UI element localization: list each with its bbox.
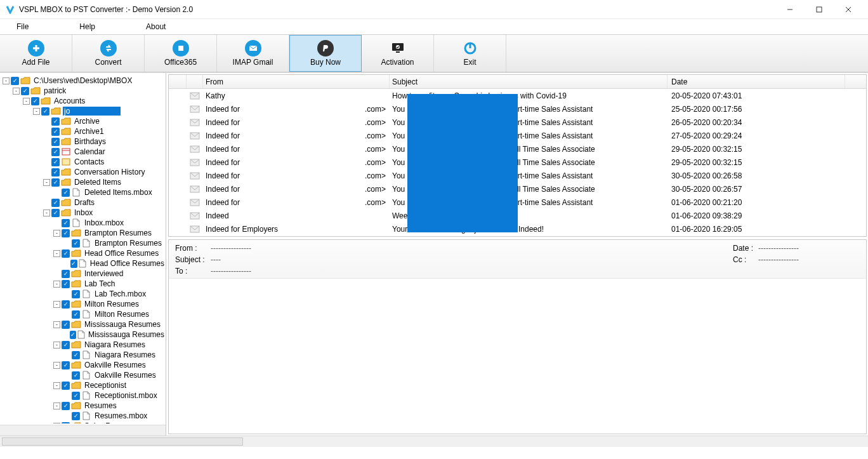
expand-toggle[interactable]: - [23,98,30,105]
checkbox-icon[interactable]: ✓ [70,331,76,339]
checkbox-icon[interactable]: ✓ [41,107,49,116]
tree-horizontal-scrollbar[interactable] [0,425,166,436]
tree-item[interactable]: -✓Oakville Resumes [3,360,166,370]
tree-item[interactable]: -✓Receptionist [3,380,166,390]
tree-item[interactable]: ✓Resumes.mbox [3,411,166,421]
add-file-button[interactable]: Add File [0,35,72,72]
col-date-header[interactable]: Date [667,75,845,88]
tree-item[interactable]: -✓patrick [3,86,166,96]
expand-toggle[interactable]: - [43,179,50,186]
expand-toggle[interactable]: - [53,321,60,328]
checkbox-icon[interactable]: ✓ [62,229,70,237]
menu-file[interactable]: File [10,21,35,32]
checkbox-icon[interactable]: ✓ [70,260,77,268]
expand-toggle[interactable]: - [3,77,10,84]
tree-item[interactable]: -✓Resumes [3,401,166,411]
expand-toggle[interactable]: - [53,281,60,288]
checkbox-icon[interactable]: ✓ [62,382,70,390]
maximize-button[interactable] [805,0,834,19]
tree-item[interactable]: -✓Milton Resumes [3,299,166,309]
checkbox-icon[interactable]: ✓ [11,77,19,85]
close-button[interactable] [834,0,863,19]
checkbox-icon[interactable]: ✓ [62,270,70,278]
tree-item[interactable]: -✓Head Office Resumes [3,248,166,258]
checkbox-icon[interactable]: ✓ [51,148,60,156]
checkbox-icon[interactable]: ✓ [62,280,70,288]
checkbox-icon[interactable]: ✓ [51,138,60,146]
exit-button[interactable]: Exit [434,35,506,72]
checkbox-icon[interactable]: ✓ [72,239,80,248]
message-list[interactable]: From Subject Date KathyHow to profit you… [168,74,867,237]
expand-toggle[interactable]: - [53,342,60,349]
checkbox-icon[interactable]: ✓ [72,290,80,298]
tree-item[interactable]: ✓Calendar [3,147,166,157]
menu-about[interactable]: About [140,21,172,32]
tree-item[interactable]: -✓Inbox [3,208,166,218]
checkbox-icon[interactable]: ✓ [51,158,60,166]
checkbox-icon[interactable]: ✓ [62,219,70,227]
checkbox-icon[interactable]: ✓ [62,189,70,197]
tree-item[interactable]: ✓Brampton Resumes [3,238,166,248]
menu-help[interactable]: Help [73,21,102,32]
tree-item[interactable]: ✓Interviewed [3,269,166,279]
tree-item[interactable]: ✓Conversation History [3,167,166,177]
tree-item[interactable]: ✓Head Office Resumes [3,258,166,269]
checkbox-icon[interactable]: ✓ [51,199,60,207]
tree-item[interactable]: -✓Deleted Items [3,177,166,187]
checkbox-icon[interactable]: ✓ [62,402,70,410]
expand-toggle[interactable]: - [43,210,50,216]
expand-toggle[interactable]: - [53,423,60,424]
checkbox-icon[interactable]: ✓ [62,361,70,369]
tree-item[interactable]: ✓Receptionist.mbox [3,390,166,401]
tree-item[interactable]: ✓Archive [3,116,166,126]
tree-item[interactable]: -✓Accounts [3,96,166,106]
tree-item[interactable]: ✓Birthdays [3,136,166,147]
tree-item[interactable]: ✓Milton Resumes [3,309,166,319]
office365-button[interactable]: Office365 [145,35,217,72]
minimize-button[interactable] [775,0,805,19]
checkbox-icon[interactable]: ✓ [62,321,70,329]
tree-item[interactable]: ✓Niagara Resumes [3,350,166,360]
checkbox-icon[interactable]: ✓ [51,209,60,217]
checkbox-icon[interactable]: ✓ [72,412,80,420]
tree-item[interactable]: -✓Mississauga Resumes [3,319,166,329]
imap-gmail-button[interactable]: IMAP Gmail [217,35,289,72]
checkbox-icon[interactable]: ✓ [62,300,70,309]
expand-toggle[interactable]: - [53,250,60,257]
tree-item[interactable]: -✓C:\Users\ved\Desktop\MBOX [3,76,166,86]
tree-item[interactable]: ✓Drafts [3,197,166,208]
expand-toggle[interactable]: - [53,362,60,369]
tree-item[interactable]: -✓jo [3,106,166,116]
tree-item[interactable]: ✓Deleted Items.mbox [3,187,166,197]
tree-item[interactable]: ✓Lab Tech.mbox [3,289,166,299]
tree-item[interactable]: ✓Inbox.mbox [3,218,166,228]
expand-toggle[interactable]: - [53,301,60,308]
buy-now-button[interactable]: Buy Now [289,35,362,72]
tree-item[interactable]: -✓Brampton Resumes [3,228,166,238]
tree-item[interactable]: ✓Archive1 [3,126,166,136]
expand-toggle[interactable]: - [53,402,60,409]
activation-button[interactable]: Activation [362,35,434,72]
checkbox-icon[interactable]: ✓ [51,178,60,187]
tree-item[interactable]: -✓Lab Tech [3,279,166,289]
tree-item[interactable]: ✓Mississauga Resumes [3,329,166,340]
checkbox-icon[interactable]: ✓ [72,310,80,319]
checkbox-icon[interactable]: ✓ [72,371,80,380]
checkbox-icon[interactable]: ✓ [72,351,80,359]
checkbox-icon[interactable]: ✓ [31,97,39,105]
expand-toggle[interactable]: - [13,88,20,95]
tree-item[interactable]: ✓Contacts [3,157,166,167]
tree-item[interactable]: -✓Sales Rep [3,421,166,423]
checkbox-icon[interactable]: ✓ [51,117,60,126]
checkbox-icon[interactable]: ✓ [21,87,29,95]
checkbox-icon[interactable]: ✓ [62,422,70,424]
checkbox-icon[interactable]: ✓ [51,168,60,176]
checkbox-icon[interactable]: ✓ [51,128,60,136]
folder-tree[interactable]: -✓C:\Users\ved\Desktop\MBOX-✓patrick-✓Ac… [0,73,166,436]
expand-toggle[interactable]: - [53,230,60,237]
checkbox-icon[interactable]: ✓ [72,392,80,400]
tree-item[interactable]: -✓Niagara Resumes [3,340,166,350]
col-subject-header[interactable]: Subject [390,75,667,88]
tree-item[interactable]: ✓Oakville Resumes [3,370,166,380]
checkbox-icon[interactable]: ✓ [62,249,70,258]
